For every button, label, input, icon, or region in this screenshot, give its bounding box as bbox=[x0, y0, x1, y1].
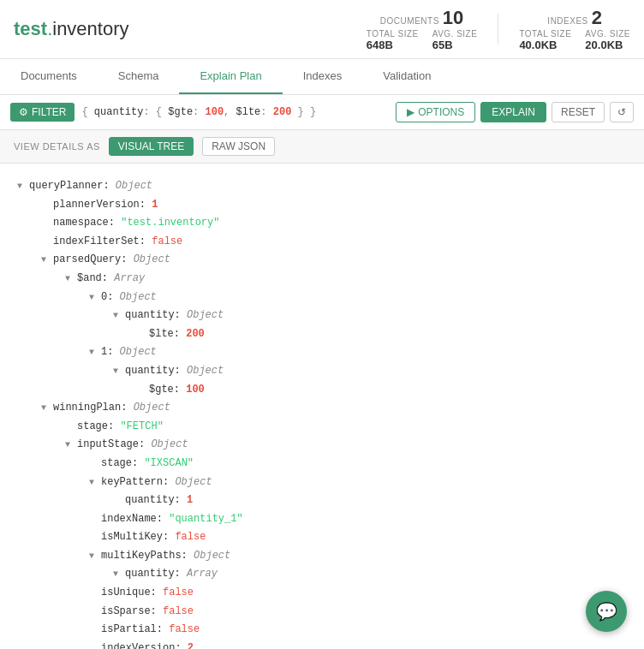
reset-label: RESET bbox=[561, 106, 595, 118]
tree-row-stage-ixscan: stage: "IXSCAN" bbox=[17, 455, 627, 473]
tree-container: queryPlanner: Object plannerVersion: 1 n… bbox=[0, 164, 644, 649]
toggle-and[interactable] bbox=[65, 271, 77, 287]
toggle-inputstage[interactable] bbox=[65, 438, 77, 453]
tree-row-quantity-array: quantity: Array bbox=[17, 565, 627, 584]
title-rest: inventory bbox=[52, 18, 128, 39]
options-label: OPTIONS bbox=[418, 106, 464, 118]
toggle-winningplan[interactable] bbox=[41, 401, 53, 416]
tab-schema[interactable]: Schema bbox=[98, 59, 180, 94]
history-button[interactable]: ↺ bbox=[610, 102, 634, 122]
tree-row-lte-200: $lte: 200 bbox=[17, 325, 627, 344]
documents-count: 10 bbox=[443, 7, 463, 29]
toggle-quantity-gte[interactable] bbox=[113, 364, 125, 379]
tree-row-winningplan: winningPlan: Object bbox=[17, 399, 627, 418]
indexes-avg-size-value: 20.0KB bbox=[585, 39, 630, 51]
indexes-avg-size-label: AVG. SIZE bbox=[585, 29, 630, 39]
toggle-quantity-lte[interactable] bbox=[113, 308, 125, 324]
avg-size-value: 65B bbox=[432, 39, 478, 51]
tree-row-indexname: indexName: "quantity_1" bbox=[17, 510, 627, 529]
explain-button[interactable]: EXPLAIN bbox=[480, 102, 546, 122]
history-icon: ↺ bbox=[617, 106, 626, 118]
filter-bar: ⚙ FILTER { quantity: { $gte: 100, $lte: … bbox=[0, 95, 644, 130]
filter-icon: ⚙ bbox=[19, 106, 28, 118]
toggle-keypattern[interactable] bbox=[89, 475, 101, 491]
toggle-and-1[interactable] bbox=[89, 345, 101, 360]
explain-label: EXPLAIN bbox=[492, 106, 535, 118]
tree-row-inputstage: inputStage: Object bbox=[17, 436, 627, 455]
indexes-total-size-label: TOTAL SIZE bbox=[519, 29, 571, 39]
tree-row-indexfilterset: indexFilterSet: false bbox=[17, 233, 627, 252]
tree-row-parsedquery: parsedQuery: Object bbox=[17, 251, 627, 270]
nav-tabs: Documents Schema Explain Plan Indexes Va… bbox=[0, 59, 644, 95]
tree-row-indexversion: indexVersion: 2 bbox=[17, 640, 627, 649]
total-size-value: 648B bbox=[367, 39, 419, 51]
header-divider bbox=[498, 14, 498, 45]
total-size-label: TOTAL SIZE bbox=[367, 29, 419, 39]
filter-actions: ▶ OPTIONS EXPLAIN RESET ↺ bbox=[396, 102, 634, 122]
raw-json-label: RAW JSON bbox=[212, 140, 265, 152]
tab-documents[interactable]: Documents bbox=[0, 59, 98, 94]
tree-row-gte-100: $gte: 100 bbox=[17, 381, 627, 400]
toggle-parsedquery[interactable] bbox=[41, 253, 53, 268]
chat-button[interactable]: 💬 bbox=[586, 591, 627, 632]
tree-row-quantity-1: quantity: 1 bbox=[17, 491, 627, 510]
indexes-count: 2 bbox=[592, 7, 602, 29]
tree-row-and-1: 1: Object bbox=[17, 343, 627, 362]
toggle-multikeypaths[interactable] bbox=[89, 549, 101, 564]
filter-label: FILTER bbox=[32, 106, 66, 118]
tab-validation[interactable]: Validation bbox=[362, 59, 451, 94]
tree-row-and-0: 0: Object bbox=[17, 289, 627, 307]
tree-row-quantity-gte: quantity: Object bbox=[17, 362, 627, 381]
toggle-queryplanner[interactable] bbox=[17, 179, 29, 194]
tree-row-plannerversion: plannerVersion: 1 bbox=[17, 196, 627, 215]
chat-icon: 💬 bbox=[596, 601, 617, 622]
visual-tree-button[interactable]: VISUAL TREE bbox=[109, 137, 194, 156]
app-title: test.inventory bbox=[14, 18, 129, 40]
raw-json-button[interactable]: RAW JSON bbox=[202, 137, 275, 156]
avg-size-label: AVG. SIZE bbox=[432, 29, 478, 39]
title-bold: test bbox=[14, 18, 47, 39]
tab-indexes[interactable]: Indexes bbox=[283, 59, 363, 94]
header-stats: DOCUMENTS 10 TOTAL SIZE 648B AVG. SIZE 6… bbox=[367, 7, 630, 51]
tree-row-issparse: isSparse: false bbox=[17, 603, 627, 622]
tree-row-isunique: isUnique: false bbox=[17, 584, 627, 603]
tree-row-queryplanner: queryPlanner: Object bbox=[17, 177, 627, 196]
visual-tree-label: VISUAL TREE bbox=[118, 140, 184, 152]
tree-row-stage-fetch: stage: "FETCH" bbox=[17, 418, 627, 437]
tree-row-ispartial: isPartial: false bbox=[17, 621, 627, 640]
toggle-quantity-array[interactable] bbox=[113, 567, 125, 582]
filter-button[interactable]: ⚙ FILTER bbox=[10, 103, 75, 122]
options-button[interactable]: ▶ OPTIONS bbox=[396, 102, 475, 122]
view-toggle-label: VIEW DETAILS AS bbox=[14, 141, 100, 152]
tree-row-multikeypaths: multiKeyPaths: Object bbox=[17, 547, 627, 566]
chevron-right-icon: ▶ bbox=[407, 106, 414, 118]
documents-label: DOCUMENTS bbox=[380, 16, 439, 26]
indexes-stat: INDEXES 2 TOTAL SIZE 40.0KB AVG. SIZE 20… bbox=[519, 7, 630, 51]
tree-row-namespace: namespace: "test.inventory" bbox=[17, 214, 627, 233]
reset-button[interactable]: RESET bbox=[552, 102, 605, 122]
tree-row-keypattern: keyPattern: Object bbox=[17, 473, 627, 492]
app-header: test.inventory DOCUMENTS 10 TOTAL SIZE 6… bbox=[0, 0, 644, 59]
view-toggle: VIEW DETAILS AS VISUAL TREE RAW JSON bbox=[0, 130, 644, 164]
tree-row-ismultikey: isMultiKey: false bbox=[17, 528, 627, 547]
tab-explain-plan[interactable]: Explain Plan bbox=[179, 59, 282, 94]
tree-row-quantity-lte: quantity: Object bbox=[17, 307, 627, 325]
documents-stat: DOCUMENTS 10 TOTAL SIZE 648B AVG. SIZE 6… bbox=[367, 7, 478, 51]
filter-expression: { quantity: { $gte: 100, $lte: 200 } } bbox=[81, 106, 389, 118]
tree-row-and: $and: Array bbox=[17, 270, 627, 289]
toggle-and-0[interactable] bbox=[89, 290, 101, 306]
indexes-label: INDEXES bbox=[547, 16, 587, 26]
indexes-total-size-value: 40.0KB bbox=[519, 39, 571, 51]
